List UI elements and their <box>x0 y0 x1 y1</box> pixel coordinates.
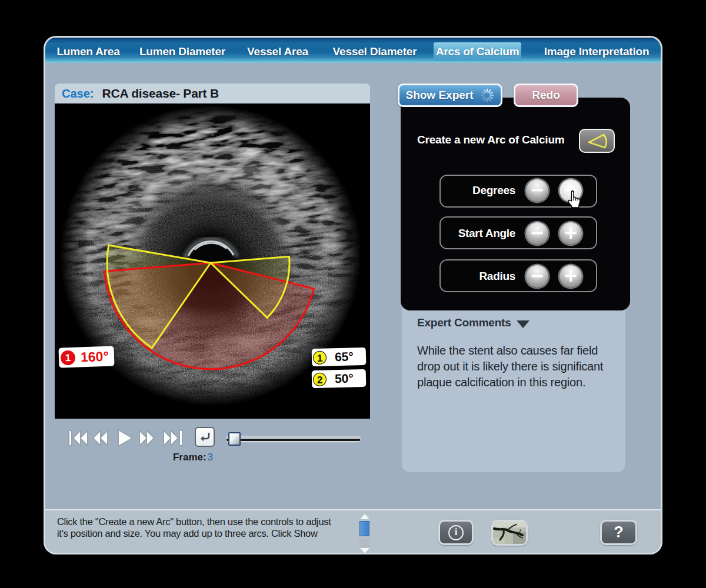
footer-bar: Click the "Create a new Arc" button, the… <box>45 510 661 553</box>
degrees-label: Degrees <box>421 184 515 197</box>
tab-label: Image Interpretation <box>544 45 650 58</box>
instruction-text: Click the "Create a new Arc" button, the… <box>57 516 331 539</box>
info-symbol: i <box>455 526 458 538</box>
fast-forward-button[interactable] <box>138 428 159 448</box>
info-icon: i <box>448 525 464 540</box>
chevron-down-icon[interactable] <box>517 320 530 328</box>
tab-vessel-diameter[interactable]: Vessel Diameter <box>327 42 423 61</box>
start-angle-label: Start Angle <box>421 227 515 240</box>
help-button[interactable]: ? <box>600 520 637 545</box>
radius-plus-button[interactable]: + <box>560 265 582 288</box>
radius-label: Radius <box>421 270 515 283</box>
arc-degrees: 160° <box>81 348 109 365</box>
tab-lumen-area[interactable]: Lumen Area <box>51 42 125 61</box>
scroll-up-icon[interactable] <box>360 514 369 519</box>
info-button[interactable]: i <box>438 520 474 545</box>
degrees-minus-button[interactable]: − <box>526 179 548 202</box>
arc-badge: 2 <box>313 372 327 386</box>
play-button[interactable] <box>116 428 134 448</box>
frame-slider[interactable] <box>226 436 361 443</box>
instruction-line-1: Click the "Create a new Arc" button, the… <box>57 516 331 527</box>
tab-arcs-of-calcium[interactable]: Arcs of Calcium <box>434 42 521 61</box>
plus-icon: + <box>563 224 578 242</box>
case-header: Case: RCA disease- Part B <box>55 83 370 103</box>
redo-label: Redo <box>532 89 560 102</box>
spinner-icon <box>479 88 495 103</box>
instruction-line-2: it's position and size. You may add up t… <box>57 527 331 539</box>
skip-end-button[interactable] <box>162 428 184 448</box>
tab-label: Lumen Diameter <box>139 45 225 58</box>
create-arc-label: Create a new Arc of Calcium <box>417 133 570 146</box>
help-symbol: ? <box>614 523 624 542</box>
tab-label: Arcs of Calcium <box>436 45 519 58</box>
minus-icon: − <box>530 267 544 285</box>
arc-tag-yellow-1: 1 65° <box>312 348 367 366</box>
minus-icon: − <box>530 181 544 199</box>
create-arc-button[interactable] <box>579 129 615 153</box>
arc-degrees: 50° <box>335 371 354 386</box>
start-angle-minus-button[interactable]: − <box>526 222 548 245</box>
arc-tag-yellow-2: 2 50° <box>312 369 367 388</box>
slider-thumb[interactable] <box>228 432 241 446</box>
show-expert-label: Show Expert <box>405 89 473 102</box>
case-label: Case: <box>62 87 94 101</box>
app-window: Lumen Area Lumen Diameter Vessel Area Ve… <box>45 38 661 553</box>
frame-label: Frame: <box>173 452 207 463</box>
hand-cursor-icon <box>565 189 585 211</box>
scroll-down-icon[interactable] <box>360 548 369 553</box>
loop-button[interactable] <box>195 427 215 447</box>
tab-vessel-area[interactable]: Vessel Area <box>243 42 312 61</box>
frame-indicator: Frame:3 <box>134 452 252 463</box>
start-angle-plus-button[interactable]: + <box>560 222 582 245</box>
slider-track-line <box>227 438 360 442</box>
show-expert-button[interactable]: Show Expert <box>398 83 502 107</box>
expert-comments-heading[interactable]: Expert Comments <box>417 316 511 329</box>
redo-button[interactable]: Redo <box>514 83 578 107</box>
angiogram-thumbnail-button[interactable] <box>491 520 528 546</box>
arc-tag-red: 1 160° <box>58 346 114 368</box>
radius-minus-button[interactable]: − <box>526 265 548 288</box>
loop-icon <box>198 430 212 443</box>
tab-label: Vessel Area <box>247 45 308 58</box>
arc-degrees: 65° <box>335 349 354 364</box>
tab-label: Vessel Diameter <box>333 45 417 58</box>
scrollbar-thumb[interactable] <box>359 521 369 536</box>
stage: Lumen Area Lumen Diameter Vessel Area Ve… <box>0 0 706 588</box>
tab-lumen-diameter[interactable]: Lumen Diameter <box>134 42 231 61</box>
expert-comments-body: While the stent also causes far field dr… <box>417 343 607 390</box>
case-title: RCA disease- Part B <box>102 86 219 101</box>
instruction-scrollbar[interactable] <box>359 513 371 552</box>
tab-bar: Lumen Area Lumen Diameter Vessel Area Ve… <box>45 38 661 63</box>
minus-icon: − <box>530 224 544 242</box>
frame-value: 3 <box>208 452 213 463</box>
rewind-button[interactable] <box>92 428 113 448</box>
arc-badge: 1 <box>313 350 327 365</box>
arc-wedge-icon <box>585 132 610 150</box>
angiogram-icon <box>493 522 526 544</box>
ivus-viewer[interactable]: 1 160° 1 65° 2 50° <box>55 103 370 419</box>
tab-label: Lumen Area <box>56 45 119 58</box>
tab-image-interpretation[interactable]: Image Interpretation <box>538 42 655 61</box>
scrollbar-track <box>359 539 369 547</box>
skip-start-button[interactable] <box>68 428 89 448</box>
arc-badge: 1 <box>61 350 76 365</box>
plus-icon: + <box>563 267 578 285</box>
